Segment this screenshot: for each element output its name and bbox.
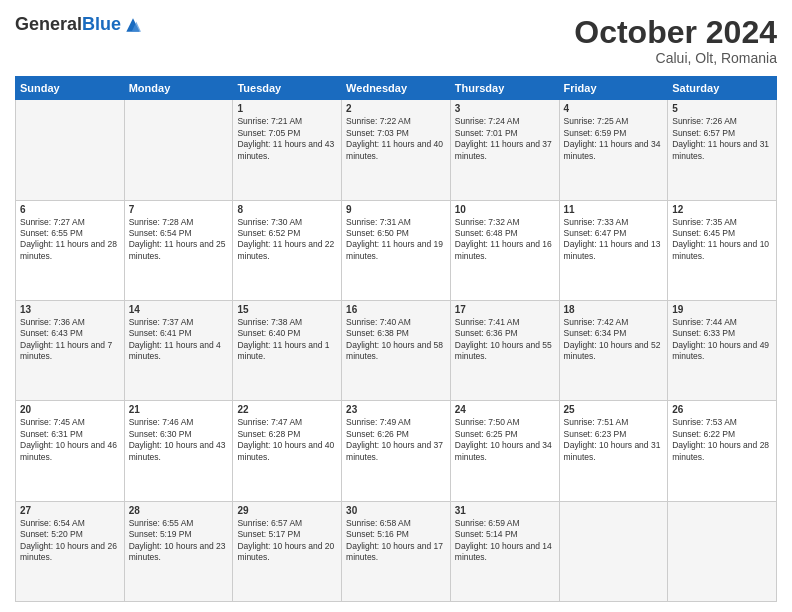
calendar-cell: 9Sunrise: 7:31 AMSunset: 6:50 PMDaylight… xyxy=(342,200,451,300)
day-number: 23 xyxy=(346,404,446,415)
calendar-cell: 29Sunrise: 6:57 AMSunset: 5:17 PMDayligh… xyxy=(233,501,342,601)
calendar-cell: 27Sunrise: 6:54 AMSunset: 5:20 PMDayligh… xyxy=(16,501,125,601)
calendar-cell: 19Sunrise: 7:44 AMSunset: 6:33 PMDayligh… xyxy=(668,300,777,400)
weekday-header: Wednesday xyxy=(342,77,451,100)
day-detail: Sunrise: 7:49 AMSunset: 6:26 PMDaylight:… xyxy=(346,417,443,461)
day-number: 30 xyxy=(346,505,446,516)
day-number: 14 xyxy=(129,304,229,315)
calendar-cell: 31Sunrise: 6:59 AMSunset: 5:14 PMDayligh… xyxy=(450,501,559,601)
calendar-cell: 11Sunrise: 7:33 AMSunset: 6:47 PMDayligh… xyxy=(559,200,668,300)
day-number: 16 xyxy=(346,304,446,315)
calendar-cell: 2Sunrise: 7:22 AMSunset: 7:03 PMDaylight… xyxy=(342,100,451,200)
weekday-header: Sunday xyxy=(16,77,125,100)
day-detail: Sunrise: 7:31 AMSunset: 6:50 PMDaylight:… xyxy=(346,217,443,261)
day-number: 17 xyxy=(455,304,555,315)
day-detail: Sunrise: 7:42 AMSunset: 6:34 PMDaylight:… xyxy=(564,317,661,361)
day-detail: Sunrise: 7:44 AMSunset: 6:33 PMDaylight:… xyxy=(672,317,769,361)
day-number: 29 xyxy=(237,505,337,516)
day-detail: Sunrise: 7:37 AMSunset: 6:41 PMDaylight:… xyxy=(129,317,221,361)
day-detail: Sunrise: 7:28 AMSunset: 6:54 PMDaylight:… xyxy=(129,217,226,261)
calendar-cell xyxy=(668,501,777,601)
calendar-cell: 6Sunrise: 7:27 AMSunset: 6:55 PMDaylight… xyxy=(16,200,125,300)
weekday-header: Saturday xyxy=(668,77,777,100)
calendar-week: 1Sunrise: 7:21 AMSunset: 7:05 PMDaylight… xyxy=(16,100,777,200)
day-detail: Sunrise: 7:36 AMSunset: 6:43 PMDaylight:… xyxy=(20,317,112,361)
day-detail: Sunrise: 7:45 AMSunset: 6:31 PMDaylight:… xyxy=(20,417,117,461)
calendar-cell: 25Sunrise: 7:51 AMSunset: 6:23 PMDayligh… xyxy=(559,401,668,501)
calendar-week: 27Sunrise: 6:54 AMSunset: 5:20 PMDayligh… xyxy=(16,501,777,601)
header-row: SundayMondayTuesdayWednesdayThursdayFrid… xyxy=(16,77,777,100)
day-number: 2 xyxy=(346,103,446,114)
day-detail: Sunrise: 7:35 AMSunset: 6:45 PMDaylight:… xyxy=(672,217,769,261)
day-detail: Sunrise: 6:54 AMSunset: 5:20 PMDaylight:… xyxy=(20,518,117,562)
calendar-week: 6Sunrise: 7:27 AMSunset: 6:55 PMDaylight… xyxy=(16,200,777,300)
day-detail: Sunrise: 7:50 AMSunset: 6:25 PMDaylight:… xyxy=(455,417,552,461)
day-number: 19 xyxy=(672,304,772,315)
day-number: 31 xyxy=(455,505,555,516)
day-number: 25 xyxy=(564,404,664,415)
day-detail: Sunrise: 6:57 AMSunset: 5:17 PMDaylight:… xyxy=(237,518,334,562)
day-detail: Sunrise: 7:24 AMSunset: 7:01 PMDaylight:… xyxy=(455,116,552,160)
title-block: October 2024 Calui, Olt, Romania xyxy=(574,15,777,66)
day-number: 26 xyxy=(672,404,772,415)
day-detail: Sunrise: 7:47 AMSunset: 6:28 PMDaylight:… xyxy=(237,417,334,461)
calendar-page: GeneralBlue October 2024 Calui, Olt, Rom… xyxy=(0,0,792,612)
logo: GeneralBlue xyxy=(15,15,143,35)
day-number: 11 xyxy=(564,204,664,215)
calendar-cell: 10Sunrise: 7:32 AMSunset: 6:48 PMDayligh… xyxy=(450,200,559,300)
day-number: 20 xyxy=(20,404,120,415)
calendar-cell: 1Sunrise: 7:21 AMSunset: 7:05 PMDaylight… xyxy=(233,100,342,200)
day-number: 6 xyxy=(20,204,120,215)
day-number: 7 xyxy=(129,204,229,215)
day-number: 18 xyxy=(564,304,664,315)
weekday-header: Friday xyxy=(559,77,668,100)
calendar-cell: 13Sunrise: 7:36 AMSunset: 6:43 PMDayligh… xyxy=(16,300,125,400)
day-detail: Sunrise: 7:33 AMSunset: 6:47 PMDaylight:… xyxy=(564,217,661,261)
day-detail: Sunrise: 7:25 AMSunset: 6:59 PMDaylight:… xyxy=(564,116,661,160)
day-number: 24 xyxy=(455,404,555,415)
day-number: 22 xyxy=(237,404,337,415)
day-number: 10 xyxy=(455,204,555,215)
day-detail: Sunrise: 7:32 AMSunset: 6:48 PMDaylight:… xyxy=(455,217,552,261)
calendar-cell: 4Sunrise: 7:25 AMSunset: 6:59 PMDaylight… xyxy=(559,100,668,200)
header: GeneralBlue October 2024 Calui, Olt, Rom… xyxy=(15,15,777,66)
calendar-week: 20Sunrise: 7:45 AMSunset: 6:31 PMDayligh… xyxy=(16,401,777,501)
day-detail: Sunrise: 7:22 AMSunset: 7:03 PMDaylight:… xyxy=(346,116,443,160)
day-number: 21 xyxy=(129,404,229,415)
day-detail: Sunrise: 7:26 AMSunset: 6:57 PMDaylight:… xyxy=(672,116,769,160)
day-detail: Sunrise: 7:40 AMSunset: 6:38 PMDaylight:… xyxy=(346,317,443,361)
day-number: 12 xyxy=(672,204,772,215)
day-number: 4 xyxy=(564,103,664,114)
logo-icon xyxy=(123,15,143,35)
calendar-cell xyxy=(16,100,125,200)
day-number: 5 xyxy=(672,103,772,114)
day-detail: Sunrise: 7:38 AMSunset: 6:40 PMDaylight:… xyxy=(237,317,329,361)
day-number: 15 xyxy=(237,304,337,315)
calendar-cell: 8Sunrise: 7:30 AMSunset: 6:52 PMDaylight… xyxy=(233,200,342,300)
day-detail: Sunrise: 6:59 AMSunset: 5:14 PMDaylight:… xyxy=(455,518,552,562)
calendar-cell: 14Sunrise: 7:37 AMSunset: 6:41 PMDayligh… xyxy=(124,300,233,400)
calendar-cell: 16Sunrise: 7:40 AMSunset: 6:38 PMDayligh… xyxy=(342,300,451,400)
calendar-header: SundayMondayTuesdayWednesdayThursdayFrid… xyxy=(16,77,777,100)
calendar-cell: 20Sunrise: 7:45 AMSunset: 6:31 PMDayligh… xyxy=(16,401,125,501)
calendar-cell: 24Sunrise: 7:50 AMSunset: 6:25 PMDayligh… xyxy=(450,401,559,501)
day-detail: Sunrise: 7:53 AMSunset: 6:22 PMDaylight:… xyxy=(672,417,769,461)
calendar-cell: 7Sunrise: 7:28 AMSunset: 6:54 PMDaylight… xyxy=(124,200,233,300)
calendar-cell: 12Sunrise: 7:35 AMSunset: 6:45 PMDayligh… xyxy=(668,200,777,300)
calendar-cell: 17Sunrise: 7:41 AMSunset: 6:36 PMDayligh… xyxy=(450,300,559,400)
calendar-table: SundayMondayTuesdayWednesdayThursdayFrid… xyxy=(15,76,777,602)
day-detail: Sunrise: 7:41 AMSunset: 6:36 PMDaylight:… xyxy=(455,317,552,361)
day-number: 28 xyxy=(129,505,229,516)
day-detail: Sunrise: 6:58 AMSunset: 5:16 PMDaylight:… xyxy=(346,518,443,562)
logo-general: GeneralBlue xyxy=(15,15,121,35)
day-detail: Sunrise: 6:55 AMSunset: 5:19 PMDaylight:… xyxy=(129,518,226,562)
calendar-cell: 22Sunrise: 7:47 AMSunset: 6:28 PMDayligh… xyxy=(233,401,342,501)
calendar-week: 13Sunrise: 7:36 AMSunset: 6:43 PMDayligh… xyxy=(16,300,777,400)
day-number: 3 xyxy=(455,103,555,114)
calendar-cell xyxy=(559,501,668,601)
day-number: 9 xyxy=(346,204,446,215)
day-number: 1 xyxy=(237,103,337,114)
weekday-header: Monday xyxy=(124,77,233,100)
day-detail: Sunrise: 7:27 AMSunset: 6:55 PMDaylight:… xyxy=(20,217,117,261)
calendar-cell xyxy=(124,100,233,200)
